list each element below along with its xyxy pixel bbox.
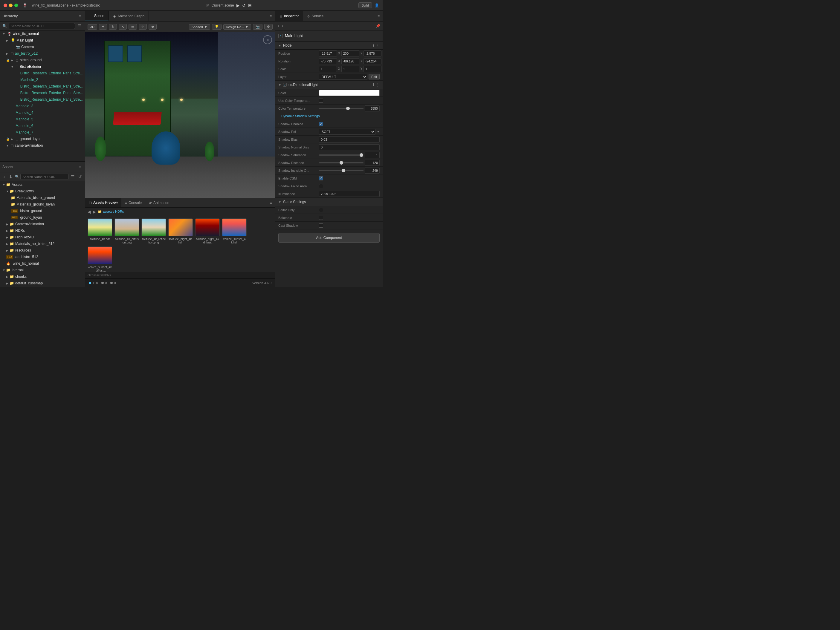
shadow-invis-thumb[interactable] bbox=[342, 169, 345, 172]
inspector-menu[interactable]: ≡ bbox=[374, 11, 383, 21]
asset-item-1[interactable]: solitude_4k_diffusion.png bbox=[114, 218, 139, 244]
tree-item-manhole-6[interactable]: Manhole_6 bbox=[0, 123, 85, 129]
design-res-btn[interactable]: Design Re... ▼ bbox=[223, 24, 251, 30]
tree-item-manhole-5[interactable]: Manhole_5 bbox=[0, 116, 85, 123]
add-component-button[interactable]: Add Component bbox=[278, 233, 380, 243]
shadow-sat-input[interactable] bbox=[365, 152, 380, 158]
rect-tool-btn[interactable]: ▭ bbox=[128, 24, 137, 30]
tree-item-paris-street-c[interactable]: ▶ Bistro_Research_Exterior_Paris_Street_… bbox=[0, 96, 85, 103]
asset-tree-mat-ground[interactable]: 📁 Materials_ground_luyan bbox=[0, 201, 85, 208]
hierarchy-list-icon[interactable]: ☰ bbox=[77, 23, 82, 29]
hierarchy-search-input[interactable] bbox=[9, 23, 75, 29]
comp-dir-light-menu[interactable]: ⋮ bbox=[376, 83, 380, 87]
shadow-pcf-select[interactable]: SOFT bbox=[319, 129, 376, 135]
shadow-dist-input[interactable] bbox=[365, 160, 380, 166]
tree-item-paris-1[interactable]: ▶ Bistro_Research_Exterior_Paris_Street_… bbox=[0, 70, 85, 76]
editor-only-checkbox[interactable] bbox=[319, 208, 323, 212]
pin-icon[interactable]: 📌 bbox=[376, 24, 380, 28]
asset-tree-chunks[interactable]: ▶ 📁 chunks bbox=[0, 273, 85, 280]
tree-item-ground-luyan[interactable]: 🔒 ▶ ◻ ground_luyan bbox=[0, 135, 85, 142]
assets-search-input[interactable] bbox=[21, 174, 68, 180]
tab-console[interactable]: ≡ Console bbox=[122, 198, 145, 207]
scale-x-input[interactable] bbox=[319, 66, 337, 72]
transform-btn[interactable]: ⊕ bbox=[148, 24, 156, 30]
rotation-y-input[interactable] bbox=[341, 58, 359, 64]
layer-edit-btn[interactable]: Edit bbox=[369, 74, 380, 79]
minimize-button[interactable] bbox=[9, 3, 13, 7]
shadow-normal-bias-input[interactable] bbox=[319, 144, 380, 150]
asset-tree-hdrs[interactable]: ▶ 📁 HDRs bbox=[0, 227, 85, 234]
tree-item-bistro-exterior[interactable]: ▼ ◻ BistroExterior bbox=[0, 63, 85, 70]
tab-assets-preview[interactable]: ◻ Assets Preview bbox=[85, 198, 122, 207]
asset-tree-mat-ao[interactable]: ▶ 📁 Materials_ao_bistro_512 bbox=[0, 241, 85, 247]
shadow-enabled-checkbox[interactable]: ✓ bbox=[319, 122, 323, 126]
scale-tool-btn[interactable]: ⤡ bbox=[119, 24, 127, 30]
enable-csm-checkbox[interactable]: ✓ bbox=[319, 176, 323, 180]
scale-y-input[interactable] bbox=[341, 66, 359, 72]
tree-item-bistro-ground[interactable]: 🔒 ▶ ◻ bistro_ground bbox=[0, 57, 85, 63]
comp-checkbox[interactable]: ✓ bbox=[283, 83, 287, 87]
breadcrumb-assets[interactable]: assets / bbox=[103, 210, 114, 213]
asset-tree-default-file[interactable]: ▶ 📁 default_file_content bbox=[0, 287, 85, 287]
tree-item-root[interactable]: ▼ 🍷 wine_fix_normal bbox=[0, 30, 85, 37]
layer-select[interactable]: DEFAULT bbox=[319, 74, 367, 80]
cast-shadow-checkbox[interactable] bbox=[319, 224, 323, 228]
asset-item-6[interactable]: venice_sunset_4k_diffusi... bbox=[88, 246, 112, 272]
color-temp-thumb[interactable] bbox=[346, 107, 350, 110]
shadow-invis-input[interactable] bbox=[365, 168, 380, 173]
comp-dir-light-info[interactable]: ℹ bbox=[373, 83, 374, 87]
tab-service[interactable]: ⊹ Service bbox=[303, 11, 328, 21]
nav-back-icon[interactable]: ‹ bbox=[278, 23, 279, 29]
maximize-button[interactable] bbox=[14, 3, 18, 7]
layout-icon[interactable]: ⊞ bbox=[248, 3, 252, 8]
node-enable-checkbox[interactable]: ✓ bbox=[278, 34, 283, 38]
dynamic-shadow-link[interactable]: Dynamic Shadow Settings bbox=[278, 113, 380, 119]
tree-item-camera[interactable]: ▶ 📷 Camera bbox=[0, 44, 85, 50]
tab-animation[interactable]: ⟳ Animation bbox=[145, 198, 173, 207]
align-btn[interactable]: ⊹ bbox=[139, 24, 147, 30]
tree-item-paris-street-a[interactable]: ▶ Bistro_Research_Exterior_Paris_Street_… bbox=[0, 83, 85, 90]
assets-refresh-btn[interactable]: ↺ bbox=[77, 174, 83, 180]
asset-tree-fbx-bistro[interactable]: FBX bistro_ground bbox=[0, 208, 85, 214]
asset-tree-default-cubemap[interactable]: ▶ 📁 default_cubemap bbox=[0, 280, 85, 287]
move-tool-btn[interactable]: ✛ bbox=[99, 24, 107, 30]
tree-item-main-light[interactable]: ▶ 💡 Main Light bbox=[0, 37, 85, 44]
asset-tree-assets[interactable]: ▼ 📁 Assets bbox=[0, 181, 85, 188]
asset-tree-breakdown[interactable]: ▼ 📁 BreakDown bbox=[0, 188, 85, 194]
asset-tree-wine-fix[interactable]: 🔥 wine_fix_normal bbox=[0, 260, 85, 267]
tab-inspector[interactable]: ⊞ Inspector bbox=[275, 11, 303, 21]
shading-btn[interactable]: Shaded ▼ bbox=[189, 24, 210, 30]
scene-settings-btn[interactable]: ⚙ bbox=[264, 24, 273, 30]
bottom-panel-menu[interactable]: ≡ bbox=[267, 198, 275, 207]
asset-tree-fbx-ground[interactable]: FBX ground_luyan bbox=[0, 214, 85, 221]
color-temp-input[interactable] bbox=[365, 106, 380, 112]
asset-item-3[interactable]: solitude_night_4k.hdr bbox=[168, 218, 193, 244]
refresh-icon[interactable]: ↺ bbox=[242, 3, 246, 8]
rotation-x-input[interactable] bbox=[319, 58, 337, 64]
assets-add-btn[interactable]: + bbox=[2, 174, 6, 180]
bakeable-checkbox[interactable] bbox=[319, 216, 323, 220]
rotate-tool-btn[interactable]: ↻ bbox=[109, 24, 117, 30]
position-x-input[interactable] bbox=[319, 50, 337, 57]
rotation-z-input[interactable] bbox=[363, 58, 381, 64]
asset-tree-highrez[interactable]: ▶ 📁 HighRezAO bbox=[0, 234, 85, 241]
tree-item-manhole-7[interactable]: Manhole_7 bbox=[0, 129, 85, 135]
assets-list-view-btn[interactable]: ☰ bbox=[69, 174, 76, 180]
breadcrumb-path[interactable]: HDRs bbox=[115, 210, 124, 213]
tree-item-camera-animation[interactable]: ▼ ◻ cameraAnimation bbox=[0, 142, 85, 149]
asset-item-0[interactable]: solitude_4k.hdr bbox=[88, 218, 112, 244]
scale-z-input[interactable] bbox=[363, 66, 381, 72]
shadow-dist-thumb[interactable] bbox=[339, 161, 343, 165]
play-icon[interactable]: ▶ bbox=[237, 3, 240, 8]
tab-scene[interactable]: ◻ Scene bbox=[85, 11, 109, 21]
tree-item-manhole-4[interactable]: Manhole_4 bbox=[0, 109, 85, 116]
color-swatch[interactable] bbox=[319, 90, 380, 96]
tab-menu-icon[interactable]: ≡ bbox=[267, 11, 275, 21]
shadow-fixed-area-checkbox[interactable] bbox=[319, 184, 323, 188]
nav-forward-btn[interactable]: ▶ bbox=[93, 209, 96, 214]
asset-tree-camera-anim[interactable]: ▶ 📁 CameraAnimation bbox=[0, 221, 85, 227]
asset-tree-fbx-ao[interactable]: FBX ao_bistro_512 bbox=[0, 254, 85, 260]
light-btn[interactable]: 💡 bbox=[212, 24, 221, 30]
assets-import-btn[interactable]: ⬇ bbox=[8, 174, 14, 180]
use-color-temp-checkbox[interactable] bbox=[319, 99, 323, 103]
